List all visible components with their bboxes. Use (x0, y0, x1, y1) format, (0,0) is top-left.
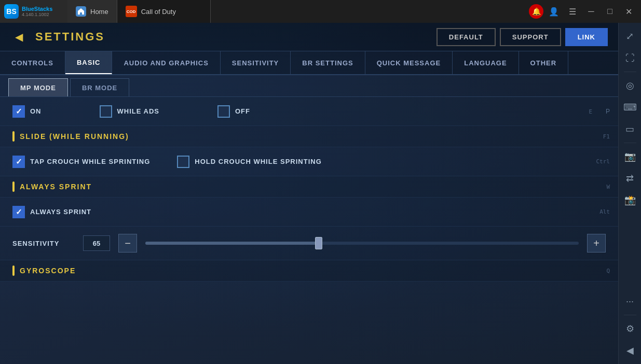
gyroscope-section-header: GYROSCOPE Q (0, 260, 618, 282)
hold-crouch-checkbox[interactable] (177, 156, 189, 168)
tab-home[interactable]: Home (67, 0, 117, 23)
slide-section-title: SLIDE (WHILE RUNNING) (20, 132, 129, 141)
while-ads-label: WHILE ADS (117, 107, 159, 115)
always-sprint-label: ALWAYS SPRINT (30, 208, 91, 216)
camera-add-button[interactable]: 📷 (621, 147, 639, 166)
eye-button[interactable]: ◎ (621, 76, 639, 95)
maximize-button[interactable]: □ (602, 3, 618, 20)
while-ads-checkbox[interactable] (100, 105, 112, 118)
always-sprint-section-header: ALWAYS SPRINT W (0, 176, 618, 198)
sensitivity-slider-thumb[interactable] (315, 237, 322, 249)
tab-basic[interactable]: BASIC (65, 51, 112, 74)
sidebar-back-button[interactable]: ◀ (621, 341, 639, 360)
sidebar-divider-1 (624, 72, 636, 72)
tab-cod[interactable]: COD Call of Duty (117, 0, 211, 23)
main-content: ◀ SETTINGS DEFAULT SUPPORT LINK CONTROLS… (0, 23, 618, 364)
sensitivity-plus-button[interactable]: + (587, 234, 606, 253)
key-hint-f1: F1 (603, 133, 610, 140)
key-hint-w: W (606, 184, 610, 190)
on-checkbox-item[interactable]: ON (12, 105, 42, 118)
sub-tabs: MP MODE BR MODE (0, 75, 618, 97)
title-bar: BS BlueStacks 4.140.1.1002 Home COD Call… (0, 0, 641, 23)
off-checkbox[interactable] (217, 105, 230, 118)
nav-tabs: CONTROLS BASIC AUDIO AND GRAPHICS SENSIT… (0, 51, 618, 75)
menu-icon[interactable]: ☰ (564, 3, 581, 20)
link-button[interactable]: LINK (565, 28, 608, 46)
hold-crouch-item[interactable]: HOLD CROUCH WHILE SPRINTING (177, 156, 321, 168)
app-name: BlueStacks (22, 6, 52, 12)
settings-header: ◀ SETTINGS DEFAULT SUPPORT LINK (0, 23, 618, 51)
while-ads-checkbox-item[interactable]: WHILE ADS (100, 105, 159, 118)
tap-crouch-label: TAP CROUCH WHILE SPRINTING (30, 158, 150, 165)
settings-title: SETTINGS (35, 30, 105, 44)
toggle-row: ON WHILE ADS OFF P E (0, 97, 618, 126)
gyroscope-section-title: GYROSCOPE (20, 267, 76, 275)
key-hint-alt: Alt (599, 208, 610, 215)
on-checkbox[interactable] (12, 105, 25, 118)
tab-quick-message[interactable]: QUICK MESSAGE (365, 51, 453, 74)
settings-button[interactable]: ⚙ (621, 319, 639, 338)
window-controls: 🔔 👤 ☰ ─ □ ✕ (529, 3, 641, 20)
expand-button[interactable]: ⤢ (621, 27, 639, 46)
tab-controls[interactable]: CONTROLS (0, 51, 65, 74)
sensitivity-row: SENSITIVITY 65 − + (0, 227, 618, 260)
tab-br-settings[interactable]: BR SETTINGS (291, 51, 365, 74)
tab-cod-label: Call of Duty (141, 8, 176, 16)
tap-crouch-item[interactable]: TAP CROUCH WHILE SPRINTING (12, 156, 150, 168)
always-sprint-checkbox[interactable] (12, 206, 25, 218)
tap-crouch-checkbox[interactable] (12, 156, 25, 168)
section-indicator-2 (12, 181, 15, 192)
on-label: ON (30, 107, 42, 115)
screenshot-button[interactable]: 📸 (621, 191, 639, 209)
crouch-row: TAP CROUCH WHILE SPRINTING HOLD CROUCH W… (0, 147, 618, 176)
tab-sensitivity[interactable]: SENSITIVITY (221, 51, 291, 74)
always-sprint-item[interactable]: ALWAYS SPRINT (12, 206, 91, 218)
key-hint-p: P (606, 108, 610, 115)
header-action-buttons: DEFAULT SUPPORT LINK (437, 28, 608, 46)
sub-tab-br-mode[interactable]: BR MODE (70, 78, 129, 96)
key-hint-ctrl: Ctrl (596, 158, 610, 165)
slide-section-header: SLIDE (WHILE RUNNING) F1 (0, 126, 618, 147)
more-button[interactable]: ··· (621, 292, 639, 311)
app-logo: BS BlueStacks 4.140.1.1002 (0, 0, 67, 23)
sidebar-divider-3 (624, 315, 636, 315)
fullscreen-button[interactable]: ⛶ (621, 49, 639, 67)
off-checkbox-item[interactable]: OFF (217, 105, 250, 118)
minimize-button[interactable]: ─ (583, 3, 599, 20)
sub-tab-mp-mode[interactable]: MP MODE (8, 78, 68, 96)
home-icon (76, 6, 86, 17)
always-sprint-row: ALWAYS SPRINT Alt (0, 198, 618, 227)
sensitivity-value[interactable]: 65 (83, 235, 110, 251)
back-button[interactable]: ◀ (10, 29, 27, 45)
default-button[interactable]: DEFAULT (437, 28, 496, 46)
key-hint-q: Q (606, 268, 610, 274)
tab-language[interactable]: LANGUAGE (453, 51, 519, 74)
section-indicator-3 (12, 265, 15, 276)
sidebar-divider-2 (624, 143, 636, 143)
bluestacks-icon: BS (4, 4, 19, 19)
sensitivity-slider-track[interactable] (145, 242, 579, 245)
sensitivity-minus-button[interactable]: − (118, 234, 137, 253)
notification-icon[interactable]: 🔔 (529, 4, 543, 19)
transfer-button[interactable]: ⇄ (621, 169, 639, 188)
right-sidebar: ⤢ ⛶ ◎ ⌨ ▭ 📷 ⇄ 📸 ··· ⚙ ◀ (618, 23, 641, 364)
key-hint-e: E (589, 108, 592, 115)
off-label: OFF (235, 107, 250, 115)
tab-audio-graphics[interactable]: AUDIO AND GRAPHICS (112, 51, 220, 74)
section-indicator (12, 131, 15, 142)
settings-scroll-area[interactable]: ON WHILE ADS OFF P E SLIDE (WHILE RUNNIN… (0, 97, 618, 341)
sensitivity-slider-fill (145, 242, 319, 245)
tablet-button[interactable]: ▭ (621, 120, 639, 138)
keyboard-button[interactable]: ⌨ (621, 98, 639, 117)
support-button[interactable]: SUPPORT (500, 28, 561, 46)
tab-other[interactable]: OTHER (519, 51, 569, 74)
tab-home-label: Home (90, 8, 108, 16)
sensitivity-label: SENSITIVITY (12, 240, 75, 247)
app-version: 4.140.1.1002 (22, 12, 52, 17)
cod-icon: COD (126, 6, 137, 17)
always-sprint-section-title: ALWAYS SPRINT (20, 183, 92, 191)
close-button[interactable]: ✕ (620, 3, 637, 20)
account-icon[interactable]: 👤 (545, 3, 562, 20)
hold-crouch-label: HOLD CROUCH WHILE SPRINTING (195, 158, 321, 165)
